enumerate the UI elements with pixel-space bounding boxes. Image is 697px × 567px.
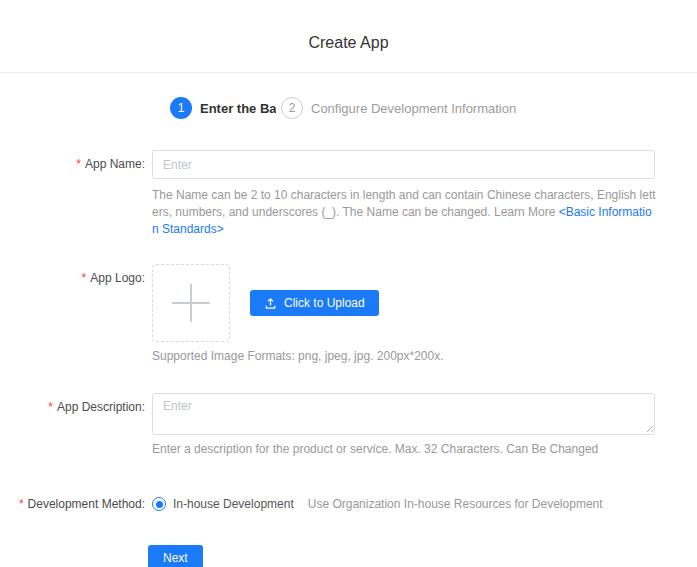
development-method-row: *Development Method: In-house Developmen…: [0, 496, 697, 512]
app-name-input[interactable]: [152, 150, 655, 179]
app-description-label: *App Description:: [0, 393, 145, 422]
app-description-textarea[interactable]: [152, 393, 655, 435]
required-asterisk: *: [76, 157, 81, 171]
logo-upload-dropzone[interactable]: [152, 264, 230, 342]
page-header: Create App: [0, 0, 697, 73]
step-1-circle: 1: [170, 97, 192, 119]
app-name-help-text: The Name can be 2 to 10 characters in le…: [152, 187, 657, 238]
app-description-row: *App Description: Enter a description fo…: [0, 393, 697, 458]
next-button[interactable]: Next: [148, 545, 203, 567]
app-logo-label: *App Logo:: [0, 264, 145, 293]
create-app-page: Create App 1 Enter the Basic 2 Configure…: [0, 0, 697, 567]
app-name-label: *App Name:: [0, 150, 145, 179]
required-asterisk: *: [82, 271, 87, 285]
required-asterisk: *: [19, 497, 24, 511]
app-logo-help-text: Supported Image Formats: png, jpeg, jpg.…: [152, 348, 657, 365]
in-house-development-radio-label[interactable]: In-house Development: [173, 497, 294, 511]
step-1-label: Enter the Basic: [200, 101, 276, 116]
page-title: Create App: [308, 34, 388, 52]
create-app-form: *App Name: The Name can be 2 to 10 chara…: [0, 150, 697, 512]
wizard-steps: 1 Enter the Basic 2 Configure Developmen…: [170, 97, 697, 119]
app-description-help-text: Enter a description for the product or s…: [152, 441, 657, 458]
required-asterisk: *: [48, 400, 53, 414]
step-2-label: Configure Development Information: [311, 101, 516, 116]
click-to-upload-button[interactable]: Click to Upload: [250, 290, 379, 316]
step-2-circle: 2: [281, 97, 303, 119]
in-house-development-radio[interactable]: [152, 497, 166, 511]
development-method-description: Use Organization In-house Resources for …: [308, 497, 603, 511]
development-method-label: *Development Method:: [0, 496, 145, 512]
upload-icon: [264, 297, 277, 310]
app-name-row: *App Name: The Name can be 2 to 10 chara…: [0, 150, 697, 238]
app-logo-row: *App Logo: Click to Upload: [0, 264, 697, 365]
